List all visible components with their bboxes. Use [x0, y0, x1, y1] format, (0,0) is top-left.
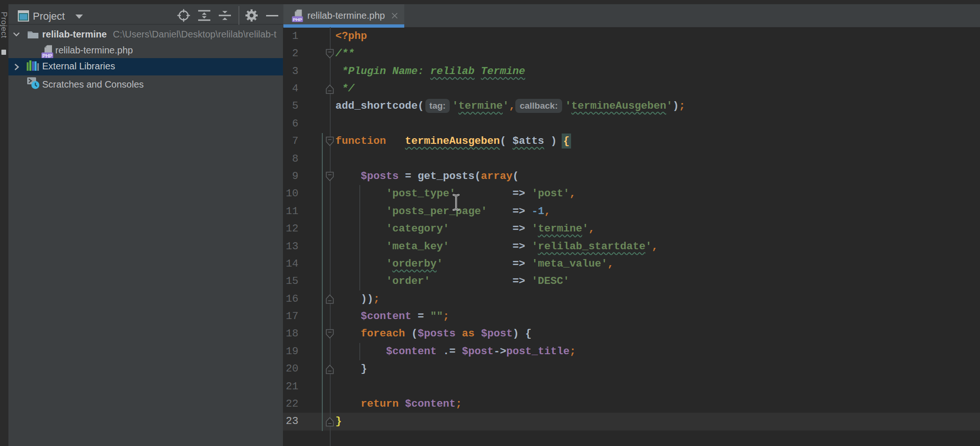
svg-text:PHP: PHP: [42, 53, 52, 59]
svg-text:PHP: PHP: [293, 17, 303, 22]
